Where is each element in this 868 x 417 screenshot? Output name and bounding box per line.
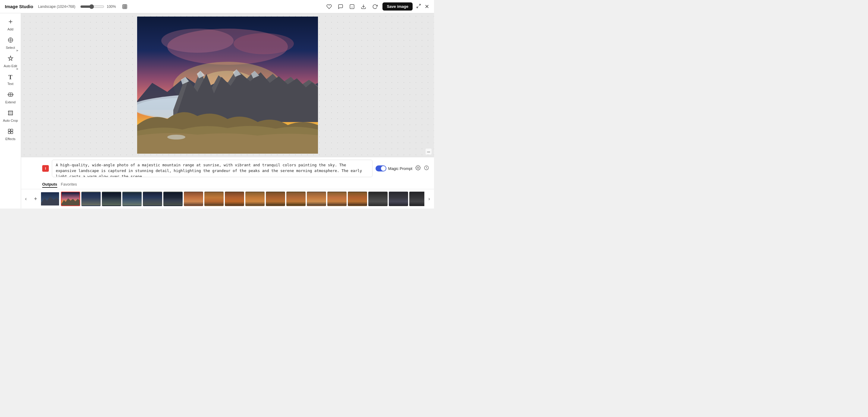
thumbnail-item[interactable] — [389, 192, 408, 206]
toggle-switch[interactable] — [375, 165, 386, 171]
outputs-tabs-row: Outputs Favorites — [21, 180, 434, 189]
tab-favorites[interactable]: Favorites — [61, 181, 77, 188]
sidebar-item-label-add: Add — [7, 27, 13, 31]
svg-point-10 — [10, 39, 11, 41]
sidebar-item-auto-crop[interactable]: Auto Crop — [0, 107, 21, 125]
svg-rect-18 — [8, 111, 12, 115]
sidebar-item-label-effects: Effects — [5, 137, 16, 141]
thumbnails-next-button[interactable]: › — [424, 194, 434, 204]
thumbnail-item[interactable] — [82, 192, 101, 206]
text-icon: T — [8, 74, 12, 81]
canvas-image — [137, 17, 318, 154]
thumbnail-add-button[interactable]: + — [31, 194, 40, 204]
sidebar-item-extend[interactable]: Extend — [0, 89, 21, 107]
auto-edit-chevron: ▶ — [17, 67, 19, 70]
effects-icon — [7, 128, 13, 136]
svg-rect-23 — [8, 132, 10, 134]
history-button[interactable] — [424, 165, 429, 172]
thumbnail-item[interactable] — [40, 192, 60, 206]
svg-point-27 — [161, 29, 234, 53]
sidebar-item-add[interactable]: Add — [0, 16, 21, 34]
svg-rect-22 — [10, 129, 13, 131]
bottom-panel: I Magic Prompt Ou — [21, 157, 434, 208]
sidebar-item-effects[interactable]: Effects — [0, 125, 21, 144]
svg-point-41 — [167, 135, 185, 139]
tab-outputs[interactable]: Outputs — [42, 181, 57, 188]
close-button[interactable]: ✕ — [425, 3, 429, 10]
comment-button[interactable] — [337, 3, 344, 10]
thumbnails-list — [40, 192, 424, 206]
thumbnail-item[interactable] — [61, 192, 80, 206]
sidebar-item-select[interactable]: Select ▶ — [0, 34, 21, 53]
svg-line-5 — [419, 4, 421, 6]
magic-prompt-toggle[interactable]: Magic Prompt — [375, 165, 412, 171]
magic-prompt-label: Magic Prompt — [388, 166, 412, 171]
thumbnails-row: ‹ + — [21, 189, 434, 208]
thumbnails-prev-button[interactable]: ‹ — [21, 194, 31, 204]
sidebar-item-label-auto-crop: Auto Crop — [3, 119, 18, 122]
canvas-collapse-button[interactable]: — — [426, 149, 432, 155]
thumbnail-item[interactable] — [266, 192, 285, 206]
fit-screen-button[interactable] — [121, 3, 129, 10]
save-image-button[interactable]: Save image — [382, 2, 412, 10]
svg-point-28 — [234, 33, 294, 54]
svg-point-42 — [417, 167, 419, 169]
thumbnail-item[interactable] — [327, 192, 347, 206]
svg-rect-21 — [8, 129, 10, 131]
thumbnail-item[interactable] — [245, 192, 265, 206]
zoom-label: 100% — [107, 4, 116, 9]
favorite-button[interactable] — [325, 3, 333, 10]
prompt-icon: I — [42, 165, 49, 172]
select-icon — [7, 37, 13, 44]
thumbnail-item[interactable] — [286, 192, 306, 206]
sidebar-item-label-auto-edit: Auto Edit — [4, 64, 17, 68]
svg-line-6 — [417, 6, 418, 8]
add-icon — [7, 19, 13, 26]
thumbnail-item[interactable] — [102, 192, 121, 206]
zoom-slider[interactable] — [80, 4, 104, 9]
resolution-label: Landscape (1024×768) — [38, 4, 75, 9]
svg-rect-0 — [123, 4, 127, 9]
thumbnail-item[interactable] — [122, 192, 142, 206]
prompt-input[interactable] — [52, 160, 373, 177]
auto-edit-icon — [7, 56, 13, 63]
app-title: Image Studio — [5, 4, 33, 9]
sidebar-item-label-extend: Extend — [5, 100, 16, 104]
thumbnail-item[interactable] — [225, 192, 244, 206]
svg-rect-24 — [10, 132, 13, 134]
canvas-area: — — [21, 13, 434, 157]
thumbnail-item[interactable] — [163, 192, 183, 206]
sidebar-item-label-text: Text — [7, 82, 13, 86]
thumbnail-item[interactable] — [143, 192, 162, 206]
auto-crop-icon — [7, 110, 13, 118]
expand-button[interactable] — [416, 4, 421, 10]
thumbnail-item[interactable] — [348, 192, 367, 206]
download-button[interactable] — [360, 3, 367, 10]
sidebar: Add Select ▶ Auto Edit ▶ T Text Extend — [0, 13, 21, 208]
thumbnail-item[interactable] — [184, 192, 203, 206]
thumbnail-item[interactable] — [307, 192, 326, 206]
settings-button[interactable] — [415, 165, 421, 172]
extend-icon — [7, 92, 13, 99]
select-chevron: ▶ — [17, 49, 19, 52]
sidebar-item-auto-edit[interactable]: Auto Edit ▶ — [0, 53, 21, 71]
thumbnail-item[interactable] — [368, 192, 388, 206]
info-button[interactable] — [348, 3, 356, 10]
thumbnail-item[interactable] — [204, 192, 224, 206]
sidebar-item-label-select: Select — [6, 46, 15, 50]
sidebar-item-text[interactable]: T Text — [0, 71, 21, 89]
refresh-button[interactable] — [371, 3, 379, 10]
thumbnail-item[interactable] — [409, 192, 424, 206]
